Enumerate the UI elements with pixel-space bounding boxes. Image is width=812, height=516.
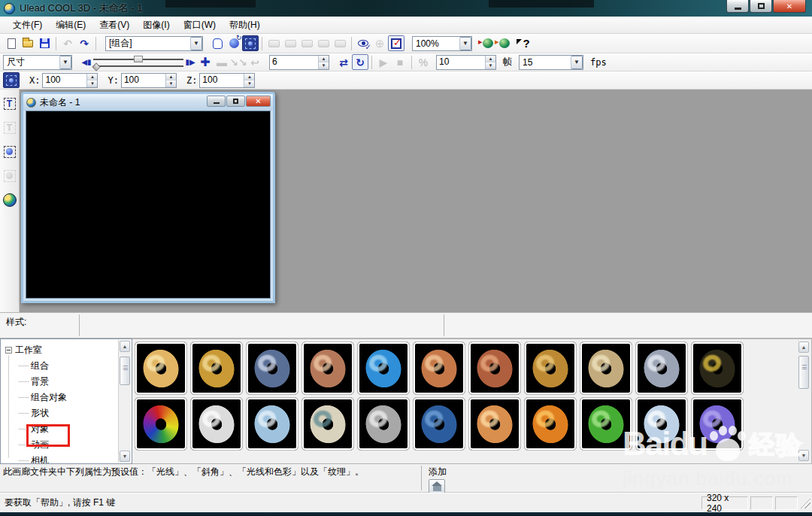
resize-grip[interactable] <box>800 498 810 508</box>
gallery-thumb-pearl-teal-torus[interactable] <box>301 397 354 451</box>
fps-combo[interactable]: 15 ▼ <box>519 55 583 70</box>
go-first-frame-button[interactable]: ◀▮ <box>80 54 93 70</box>
tree-item-相机[interactable]: 相机 <box>5 453 132 464</box>
frame-slider[interactable] <box>93 56 183 69</box>
object-select-combo[interactable]: [组合] ▼ <box>105 36 203 51</box>
scroll-thumb[interactable] <box>798 356 809 389</box>
tree-scrollbar[interactable]: ▲ ▼ <box>118 340 131 463</box>
tree-item-背景[interactable]: 背景 <box>5 374 132 390</box>
gallery-thumb-gold-spotted-torus[interactable] <box>524 341 577 395</box>
redo-button[interactable]: ↷ <box>76 35 92 51</box>
doc-restore-button[interactable] <box>226 96 245 107</box>
z-spinner[interactable]: 100 ▲▼ <box>199 73 255 88</box>
gallery-thumb-green-gloss-torus[interactable] <box>580 397 632 451</box>
web-preview-button[interactable]: ⊕ <box>371 35 388 51</box>
go-last-frame-button[interactable]: ▮▶ <box>183 54 197 70</box>
spin-up-icon[interactable]: ▲ <box>486 56 495 62</box>
reverse-frames-button[interactable]: ↘↘ <box>230 54 247 70</box>
gallery-thumb-silver-checker-torus[interactable] <box>635 341 688 395</box>
menu-item-3[interactable]: 图像(I) <box>136 17 176 33</box>
menu-item-5[interactable]: 帮助(H) <box>223 17 267 33</box>
scroll-thumb[interactable] <box>120 357 130 385</box>
menu-item-2[interactable]: 查看(V) <box>92 17 136 33</box>
document-title-bar[interactable]: 未命名 - 1 ✕ <box>23 94 273 111</box>
doc-close-button[interactable]: ✕ <box>246 96 271 107</box>
add-to-gallery-button[interactable] <box>429 479 445 494</box>
render-option-button[interactable] <box>388 35 404 51</box>
scroll-down-icon[interactable]: ▼ <box>120 451 130 462</box>
gallery-thumb-terracotta-carved-torus[interactable] <box>468 341 521 395</box>
spin-up-icon[interactable]: ▲ <box>87 74 97 80</box>
minimize-button[interactable] <box>726 0 749 13</box>
gallery-thumb-denim-blue-torus[interactable] <box>413 397 465 451</box>
tool-button-2[interactable] <box>282 35 298 51</box>
gallery-thumb-silver-studded-torus[interactable] <box>357 397 410 451</box>
tree-item-组合对象[interactable]: 组合对象 <box>5 390 132 405</box>
gallery-thumb-bright-copper-torus[interactable] <box>468 397 521 451</box>
scroll-down-icon[interactable]: ▼ <box>798 450 809 461</box>
gallery-thumb-steel-blue-torus[interactable] <box>246 341 298 395</box>
edit-percent-button[interactable]: % <box>415 54 432 70</box>
spin-up-icon[interactable]: ▲ <box>319 56 329 62</box>
tool-button-3[interactable] <box>298 35 315 51</box>
tool-button-5[interactable] <box>332 35 348 51</box>
export-video-button[interactable] <box>496 35 513 51</box>
pingpong-play-button[interactable]: ⇄ <box>335 54 352 70</box>
play-button[interactable]: ▶ <box>375 54 392 70</box>
gallery-thumb-white-ring-torus[interactable] <box>190 397 243 451</box>
spin-up-icon[interactable]: ▲ <box>166 74 176 80</box>
3d-canvas[interactable] <box>26 111 271 299</box>
insert-text-button[interactable]: T <box>2 96 18 112</box>
slider-thumb[interactable] <box>134 56 143 62</box>
export-gif-button[interactable] <box>480 35 496 51</box>
zoom-combo[interactable]: 100% ▼ <box>412 36 472 51</box>
gallery-scrollbar[interactable]: ▲ ▼ <box>798 340 810 463</box>
spin-up-icon[interactable]: ▲ <box>244 74 254 80</box>
preview-quality-button[interactable] <box>355 35 371 51</box>
edit-text-button[interactable]: T <box>2 120 18 136</box>
context-help-button[interactable]: ? <box>513 35 534 51</box>
ulead-web-button[interactable] <box>2 192 18 208</box>
chevron-down-icon[interactable]: ▼ <box>571 56 583 69</box>
gallery-thumb-fire-orange-torus[interactable] <box>524 397 577 451</box>
spin-down-icon[interactable]: ▼ <box>87 80 97 87</box>
restore-button[interactable] <box>750 0 772 13</box>
add-keyframe-button[interactable]: ✚ <box>197 54 214 70</box>
scroll-up-icon[interactable]: ▲ <box>798 341 809 353</box>
pan-tool-button[interactable] <box>209 35 226 51</box>
scroll-up-icon[interactable]: ▲ <box>120 341 130 352</box>
gallery-thumb-ice-carved-torus[interactable] <box>635 397 688 451</box>
spin-down-icon[interactable]: ▼ <box>166 80 176 87</box>
doc-minimize-button[interactable] <box>207 96 226 107</box>
insert-object-button[interactable] <box>2 144 18 160</box>
menu-item-0[interactable]: 文件(F) <box>6 17 49 33</box>
gallery-thumb-blue-bumpy-torus[interactable] <box>357 341 410 395</box>
tree-root-studio[interactable]: 工作室 <box>5 342 132 358</box>
chevron-down-icon[interactable]: ▼ <box>190 37 202 50</box>
close-button[interactable]: ✕ <box>773 0 806 13</box>
chevron-down-icon[interactable]: ▼ <box>59 56 71 69</box>
menu-item-1[interactable]: 编辑(E) <box>49 17 92 33</box>
gallery-thumb-tan-bumpy-torus[interactable] <box>580 341 632 395</box>
current-frame-spinner[interactable]: 6 ▲▼ <box>269 55 329 70</box>
move-resize-tool-button[interactable] <box>242 35 259 51</box>
gallery-thumb-gold-smooth-torus[interactable] <box>135 341 187 395</box>
spin-down-icon[interactable]: ▼ <box>486 62 495 69</box>
open-button[interactable] <box>20 35 36 51</box>
gallery-thumb-copper-ringed-torus[interactable] <box>413 341 465 395</box>
gallery-thumb-sky-cloud-torus[interactable] <box>246 397 298 451</box>
document-window[interactable]: 未命名 - 1 ✕ <box>21 92 275 303</box>
save-button[interactable] <box>36 35 53 51</box>
spin-down-icon[interactable]: ▼ <box>244 80 254 87</box>
gallery-thumb-black-gold-spotted-torus[interactable] <box>691 341 744 395</box>
gallery-thumb-stained-glass-torus[interactable] <box>135 397 187 451</box>
undo-button[interactable]: ↶ <box>59 35 76 51</box>
stop-button[interactable]: ■ <box>392 54 408 70</box>
delete-keyframe-button[interactable]: ▬ <box>214 54 230 70</box>
tool-button-4[interactable] <box>315 35 332 51</box>
new-button[interactable] <box>3 35 20 51</box>
move-resize-indicator-button[interactable] <box>3 72 20 88</box>
tree-item-形状[interactable]: 形状 <box>5 405 132 421</box>
loop-play-button[interactable]: ↻ <box>352 54 368 70</box>
chevron-down-icon[interactable]: ▼ <box>459 37 471 50</box>
